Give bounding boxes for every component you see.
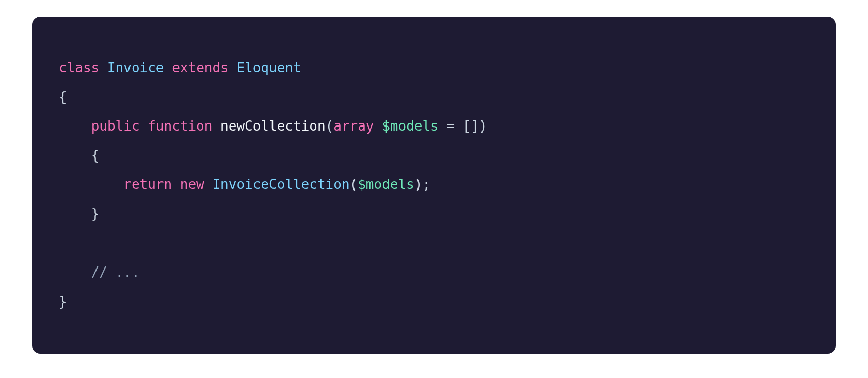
code-token: $models (358, 177, 414, 192)
code-token (140, 118, 148, 134)
code-token (164, 60, 172, 75)
code-token: ) (479, 118, 487, 134)
code-token (99, 60, 107, 75)
code-token: InvoiceCollection (212, 177, 349, 192)
code-text: class Invoice extends Eloquent { public … (59, 60, 487, 309)
code-token (439, 118, 447, 134)
code-token (59, 148, 91, 163)
code-token (172, 177, 180, 192)
code-token: ( (326, 118, 334, 134)
code-token (59, 206, 91, 222)
code-token: array (333, 118, 374, 134)
code-token: // ... (91, 264, 140, 280)
code-content: class Invoice extends Eloquent { public … (59, 54, 809, 317)
code-token (59, 118, 91, 134)
code-token: ( (350, 177, 358, 192)
code-token: function (148, 118, 212, 134)
code-token: ; (422, 177, 430, 192)
code-token: } (91, 206, 100, 222)
code-token: class (59, 60, 99, 75)
code-token: } (59, 294, 67, 309)
code-token (229, 60, 237, 75)
code-token: return (123, 177, 172, 192)
code-token (455, 118, 463, 134)
code-token (374, 118, 382, 134)
code-token: Eloquent (236, 60, 301, 75)
code-token (59, 264, 91, 280)
code-token: extends (172, 60, 229, 75)
code-block: class Invoice extends Eloquent { public … (32, 17, 836, 354)
code-token: ) (414, 177, 423, 192)
code-token: [] (463, 118, 479, 134)
code-token: { (91, 148, 100, 163)
code-token (212, 118, 220, 134)
code-token: $models (382, 118, 439, 134)
code-token: newCollection (220, 118, 326, 134)
code-token: { (59, 89, 67, 105)
code-token: new (180, 177, 204, 192)
code-token: Invoice (107, 60, 164, 75)
code-token: public (91, 118, 140, 134)
code-token (204, 177, 213, 192)
code-token (59, 177, 123, 192)
code-token: = (446, 118, 455, 134)
